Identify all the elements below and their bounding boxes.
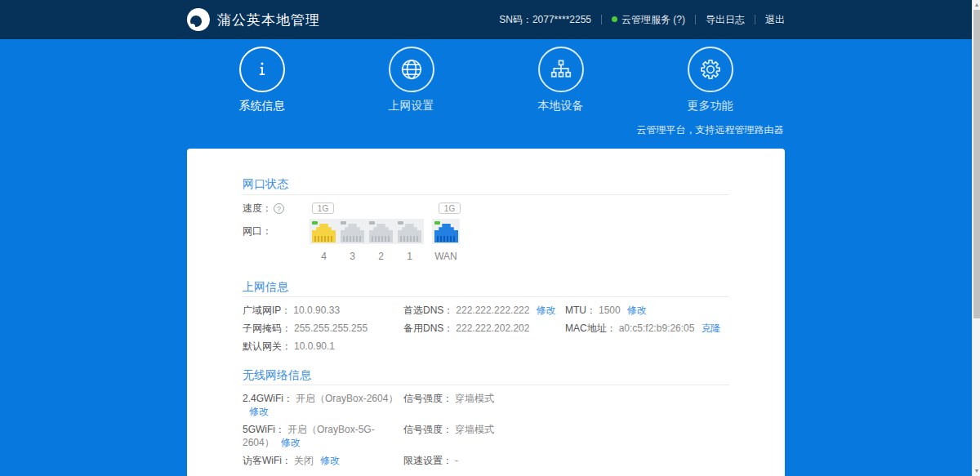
port-wan-icon <box>432 219 460 244</box>
clone-link[interactable]: 克隆 <box>701 323 720 334</box>
info-icon <box>239 47 285 92</box>
gear-icon <box>688 47 733 92</box>
port-led <box>398 221 403 225</box>
brand: 蒲公英本地管理 <box>187 8 320 31</box>
port-3-icon <box>338 219 367 244</box>
internet-info-row: 广域网IP：10.0.90.33 首选DNS：222.222.222.222修改… <box>243 304 729 317</box>
scrollbar-up-arrow[interactable]: ▲ <box>973 1 980 9</box>
wireless-info-row: 访客WiFi：关闭修改 限速设置：- <box>243 454 729 467</box>
scrollbar-thumb[interactable] <box>973 10 980 318</box>
tab-internet-settings[interactable]: 上网设置 <box>336 39 486 149</box>
port-led <box>369 221 375 225</box>
separator <box>755 15 755 24</box>
internet-info-row: 默认网关：10.0.90.1 <box>243 340 729 353</box>
port-4-icon <box>310 219 338 244</box>
port-1-icon <box>395 219 424 244</box>
sn-label: SN码： <box>499 14 532 25</box>
info-field-mtu: MTU：1500修改 <box>565 304 729 317</box>
tab-label: 上网设置 <box>389 99 434 113</box>
divider <box>243 385 729 385</box>
modify-link[interactable]: 修改 <box>536 305 555 316</box>
info-field-signal-5g: 信号强度：穿墙模式 <box>403 423 565 449</box>
tab-more-features[interactable]: 更多功能 云管理平台，支持远程管理路由器 <box>635 39 785 149</box>
port-name: 1 <box>395 251 424 262</box>
tab-system-info[interactable]: 系统信息 <box>187 39 336 149</box>
port-names-row: 4 3 2 1 WAN <box>310 251 729 262</box>
tab-subtitle: 云管理平台，支持远程管理路由器 <box>625 123 796 137</box>
info-field-signal-24g: 信号强度：穿墙模式 <box>403 392 565 418</box>
devices-tree-icon <box>538 47 584 92</box>
separator <box>601 15 602 24</box>
wan-port-group <box>432 219 460 244</box>
top-bar: 蒲公英本地管理 SN码：2077****2255 云管理服务 (?) 导出日志 … <box>0 0 972 39</box>
main-area: 系统信息 上网设置 <box>0 39 972 476</box>
speed-label: 速度：? <box>243 202 310 216</box>
page: 蒲公英本地管理 SN码：2077****2255 云管理服务 (?) 导出日志 … <box>0 0 972 476</box>
info-field-subnet-mask: 子网掩码：255.255.255.255 <box>243 322 403 335</box>
topbar-actions: SN码：2077****2255 云管理服务 (?) 导出日志 退出 <box>499 13 785 27</box>
tab-label: 更多功能 <box>688 99 733 113</box>
info-field-mac-address: MAC地址：a0:c5:f2:b9:26:05克隆 <box>565 322 729 335</box>
modify-link[interactable]: 修改 <box>627 305 647 316</box>
scrollbar-down-arrow[interactable]: ▼ <box>973 467 980 475</box>
nav-tabs: 系统信息 上网设置 <box>0 39 972 149</box>
export-log-link[interactable]: 导出日志 <box>706 13 745 27</box>
sn-value: 2077****2255 <box>532 14 591 25</box>
port-2-icon <box>367 219 395 244</box>
wireless-info-row: 5GWiFi：开启（OrayBox-5G-2604）修改 信号强度：穿墙模式 <box>243 423 729 449</box>
info-field-speed-limit: 限速设置：- <box>403 454 565 467</box>
separator <box>695 15 696 24</box>
info-field-wan-ip: 广域网IP：10.0.90.33 <box>243 304 403 317</box>
modify-link[interactable]: 修改 <box>249 406 269 417</box>
section-title-port-status: 网口状态 <box>243 176 729 192</box>
info-field-default-gateway: 默认网关：10.0.90.1 <box>243 340 403 353</box>
logout-link[interactable]: 退出 <box>765 13 785 27</box>
port-led <box>312 221 318 225</box>
speed-badge-wan: 1G <box>439 202 461 214</box>
info-field-secondary-dns: 备用DNS：222.222.202.202 <box>403 322 565 335</box>
modify-link[interactable]: 修改 <box>320 455 340 466</box>
port-name: 3 <box>338 251 367 262</box>
section-title-wireless-info: 无线网络信息 <box>243 367 729 383</box>
sn-group: SN码：2077****2255 <box>499 13 591 27</box>
internet-info-row: 子网掩码：255.255.255.255 备用DNS：222.222.202.2… <box>243 322 729 335</box>
speed-badge-lan: 1G <box>312 202 334 214</box>
tab-local-devices[interactable]: 本地设备 <box>486 39 635 149</box>
app-title: 蒲公英本地管理 <box>217 11 320 29</box>
port-name: 4 <box>310 251 338 262</box>
scrollbar[interactable]: ▲ ▼ <box>972 0 980 476</box>
port-led <box>434 221 440 225</box>
content-card: 网口状态 速度：? 1G 1G 网口： <box>187 149 785 476</box>
lan-port-group <box>310 219 424 244</box>
section-title-internet-info: 上网信息 <box>243 278 729 295</box>
port-name: WAN <box>432 251 460 262</box>
divider <box>243 296 729 297</box>
tab-label: 系统信息 <box>239 99 285 113</box>
port-led <box>341 221 346 225</box>
active-tab-pointer <box>252 149 272 149</box>
divider <box>243 194 729 195</box>
help-icon[interactable]: ? <box>274 203 284 214</box>
speed-row: 速度：? 1G 1G <box>243 201 729 216</box>
info-field-wifi-24g: 2.4GWiFi：开启（OrayBox-2604）修改 <box>243 392 403 418</box>
port-name: 2 <box>367 251 395 262</box>
ports-row: 网口： <box>243 219 729 244</box>
modify-link[interactable]: 修改 <box>281 437 301 448</box>
tab-label: 本地设备 <box>538 99 584 113</box>
oray-logo-icon <box>187 8 210 31</box>
info-field-guest-wifi: 访客WiFi：关闭修改 <box>243 454 403 467</box>
cloud-service-link[interactable]: 云管理服务 (?) <box>612 13 685 27</box>
info-field-wifi-5g: 5GWiFi：开启（OrayBox-5G-2604）修改 <box>243 423 403 449</box>
globe-icon <box>389 47 434 92</box>
port-label: 网口： <box>243 225 310 238</box>
info-field-primary-dns: 首选DNS：222.222.222.222修改 <box>403 304 565 317</box>
status-dot-icon <box>612 16 617 22</box>
wireless-info-row: 2.4GWiFi：开启（OrayBox-2604）修改 信号强度：穿墙模式 <box>243 392 729 418</box>
